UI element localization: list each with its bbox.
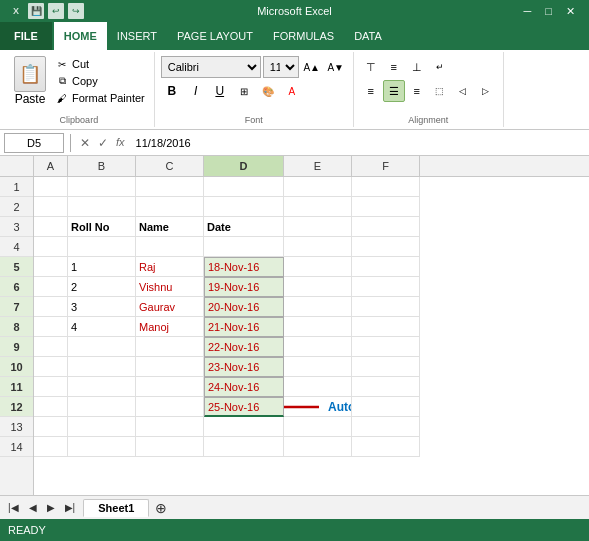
cell-reference-input[interactable] [4,133,64,153]
cell-e9[interactable] [284,337,352,357]
format-painter-button[interactable]: 🖌 Format Painter [52,90,148,106]
cell-b9[interactable] [68,337,136,357]
indent-decrease-btn[interactable]: ◁ [452,80,474,102]
cell-a11[interactable] [34,377,68,397]
cell-c8[interactable]: Manoj [136,317,204,337]
cell-d11[interactable]: 24-Nov-16 [204,377,284,397]
cell-e13[interactable] [284,417,352,437]
row-num-14[interactable]: 14 [0,437,33,457]
row-num-6[interactable]: 6 [0,277,33,297]
cell-d10[interactable]: 23-Nov-16 [204,357,284,377]
cell-a2[interactable] [34,197,68,217]
cell-e10[interactable] [284,357,352,377]
cell-f7[interactable] [352,297,420,317]
cell-b12[interactable] [68,397,136,417]
border-button[interactable]: ⊞ [233,80,255,102]
cell-c10[interactable] [136,357,204,377]
tab-formulas[interactable]: FORMULAS [263,22,344,50]
cell-b6[interactable]: 2 [68,277,136,297]
cell-a3[interactable] [34,217,68,237]
sheet-nav-first[interactable]: |◀ [4,500,23,515]
sheet-nav-next[interactable]: ▶ [43,500,59,515]
row-num-5[interactable]: 5 [0,257,33,277]
row-num-13[interactable]: 13 [0,417,33,437]
cell-f8[interactable] [352,317,420,337]
cell-a5[interactable] [34,257,68,277]
tab-file[interactable]: FILE [0,22,52,50]
cell-a13[interactable] [34,417,68,437]
indent-increase-btn[interactable]: ▷ [475,80,497,102]
close-btn[interactable]: ✕ [560,5,581,18]
cell-d9[interactable]: 22-Nov-16 [204,337,284,357]
cell-e5[interactable] [284,257,352,277]
cell-c6[interactable]: Vishnu [136,277,204,297]
cell-d1[interactable] [204,177,284,197]
col-header-b[interactable]: B [68,156,136,176]
cell-c13[interactable] [136,417,204,437]
paste-button[interactable]: 📋 Paste [10,54,50,108]
cell-c5[interactable]: Raj [136,257,204,277]
row-num-7[interactable]: 7 [0,297,33,317]
minimize-btn[interactable]: ─ [518,5,538,18]
cut-button[interactable]: ✂ Cut [52,56,148,72]
col-header-d[interactable]: D [204,156,284,176]
align-bottom-btn[interactable]: ⊥ [406,56,428,78]
row-num-9[interactable]: 9 [0,337,33,357]
cell-b4[interactable] [68,237,136,257]
cell-b11[interactable] [68,377,136,397]
cell-e14[interactable] [284,437,352,457]
cell-d3[interactable]: Date [204,217,284,237]
cell-b5[interactable]: 1 [68,257,136,277]
cell-e1[interactable] [284,177,352,197]
bold-button[interactable]: B [161,80,183,102]
cell-e7[interactable] [284,297,352,317]
copy-button[interactable]: ⧉ Copy [52,73,148,89]
cell-f14[interactable] [352,437,420,457]
cell-f13[interactable] [352,417,420,437]
cell-c14[interactable] [136,437,204,457]
row-num-12[interactable]: 12 [0,397,33,417]
row-num-4[interactable]: 4 [0,237,33,257]
col-header-c[interactable]: C [136,156,204,176]
tab-insert[interactable]: INSERT [107,22,167,50]
cell-b2[interactable] [68,197,136,217]
cell-c2[interactable] [136,197,204,217]
row-num-1[interactable]: 1 [0,177,33,197]
sheet-nav-last[interactable]: ▶| [61,500,80,515]
underline-button[interactable]: U [209,80,231,102]
cell-b1[interactable] [68,177,136,197]
cell-a4[interactable] [34,237,68,257]
insert-function-btn[interactable]: fx [113,136,128,150]
increase-font-btn[interactable]: A▲ [301,56,323,78]
font-color-button[interactable]: A [281,80,303,102]
cell-c4[interactable] [136,237,204,257]
cell-b14[interactable] [68,437,136,457]
align-top-btn[interactable]: ⊤ [360,56,382,78]
cell-d4[interactable] [204,237,284,257]
cell-a9[interactable] [34,337,68,357]
row-num-10[interactable]: 10 [0,357,33,377]
save-icon[interactable]: 💾 [28,3,44,19]
align-left-btn[interactable]: ≡ [360,80,382,102]
cell-c7[interactable]: Gaurav [136,297,204,317]
cell-c3[interactable]: Name [136,217,204,237]
cell-a14[interactable] [34,437,68,457]
cell-a6[interactable] [34,277,68,297]
merge-cells-btn[interactable]: ⬚ [429,80,451,102]
fill-color-button[interactable]: 🎨 [257,80,279,102]
align-right-btn[interactable]: ≡ [406,80,428,102]
cell-d7[interactable]: 20-Nov-16 [204,297,284,317]
cell-f11[interactable] [352,377,420,397]
cell-b10[interactable] [68,357,136,377]
cell-f9[interactable] [352,337,420,357]
font-size-select[interactable]: 11 [263,56,299,78]
sheet-tab-sheet1[interactable]: Sheet1 [83,499,149,517]
cell-e6[interactable] [284,277,352,297]
cell-e8[interactable] [284,317,352,337]
formula-input[interactable] [132,133,585,153]
redo-icon[interactable]: ↪ [68,3,84,19]
undo-icon[interactable]: ↩ [48,3,64,19]
cell-e2[interactable] [284,197,352,217]
cell-a8[interactable] [34,317,68,337]
sheet-nav-prev[interactable]: ◀ [25,500,41,515]
